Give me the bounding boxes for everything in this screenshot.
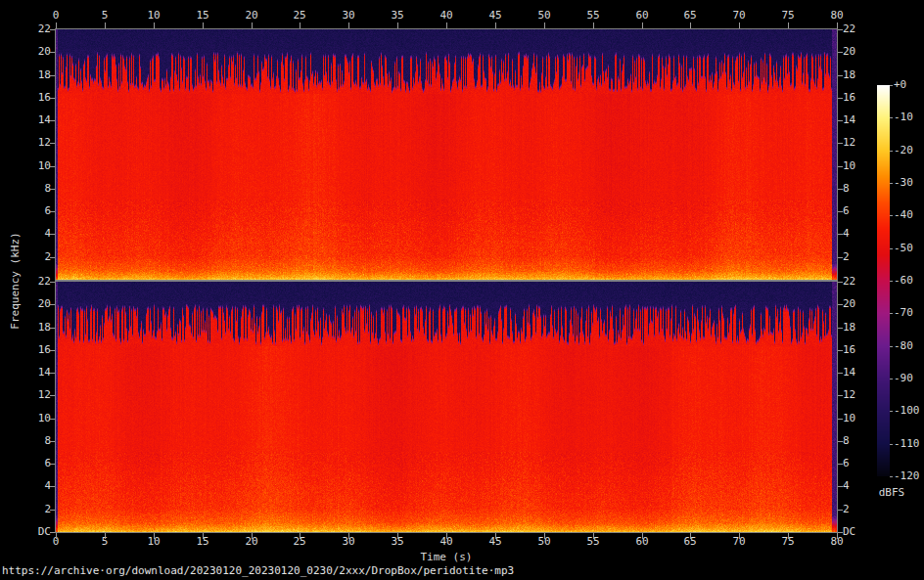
x-tick-mark-bottom: [690, 533, 691, 539]
x-tick-mark-top: [154, 22, 155, 28]
y-tick-mark-right: [838, 166, 843, 167]
y-tick-mark-right: [838, 143, 843, 144]
x-tick-label-top: 5: [80, 10, 129, 22]
spectrogram-figure: Frequency (kHz) Time (s) dBFS https://ar…: [0, 0, 924, 580]
y-tick-mark-left: [50, 166, 55, 167]
colorbar-tick-label: -100: [894, 405, 924, 417]
x-tick-label-top: 60: [618, 10, 667, 22]
spectrogram-panel-right-channel: [55, 281, 838, 533]
spectrogram-panel-left-channel: [55, 28, 838, 281]
x-tick-mark-bottom: [739, 533, 740, 539]
y-tick-mark-left: [50, 532, 55, 533]
y-tick-mark-left: [50, 373, 55, 374]
y-tick-mark-left: [50, 29, 55, 30]
y-tick-label-left: 12: [18, 389, 51, 401]
x-tick-mark-bottom: [788, 533, 789, 539]
colorbar-tick-mark: [890, 313, 893, 314]
colorbar-tick-label: -90: [894, 373, 924, 384]
y-tick-label-right: 22: [843, 276, 876, 288]
y-tick-label-left: 4: [18, 228, 51, 240]
y-tick-mark-left: [50, 143, 55, 144]
y-tick-label-left: 10: [18, 413, 51, 424]
y-tick-label-right: 16: [843, 344, 876, 356]
y-tick-mark-right: [838, 120, 843, 121]
colorbar-gradient: [877, 85, 890, 476]
y-tick-mark-left: [50, 282, 55, 283]
x-tick-mark-top: [446, 22, 447, 28]
colorbar-tick-label: -80: [894, 340, 924, 352]
x-tick-label-top: 70: [715, 10, 763, 22]
y-tick-label-right: 12: [843, 137, 876, 149]
y-tick-label-right: 4: [843, 480, 876, 492]
colorbar-tick-label: -70: [894, 307, 924, 319]
y-tick-label-right: 14: [843, 367, 876, 379]
y-tick-mark-left: [50, 486, 55, 487]
x-tick-mark-bottom: [203, 533, 204, 539]
y-tick-label-left: 8: [18, 183, 51, 195]
x-tick-label-top: 20: [227, 10, 276, 22]
x-tick-mark-bottom: [154, 533, 155, 539]
y-tick-label-right: 10: [843, 413, 876, 424]
x-tick-label-top: 15: [178, 10, 227, 22]
colorbar-tick-label: -50: [894, 243, 924, 254]
y-tick-label-right: 18: [843, 69, 876, 81]
colorbar-tick-label: -120: [894, 470, 924, 482]
x-tick-mark-top: [837, 22, 838, 28]
y-tick-mark-right: [838, 464, 843, 465]
x-tick-label-top: 25: [275, 10, 324, 22]
y-tick-mark-left: [50, 98, 55, 99]
y-tick-mark-left: [50, 464, 55, 465]
colorbar-tick-label: -30: [894, 177, 924, 189]
colorbar-tick-label: -10: [894, 112, 924, 123]
y-tick-label-left: 2: [18, 251, 51, 263]
y-tick-label-right: 20: [843, 46, 876, 58]
x-tick-mark-bottom: [105, 533, 106, 539]
x-tick-mark-bottom: [446, 533, 447, 539]
colorbar-tick-mark: [890, 476, 893, 477]
y-tick-label-left: 18: [18, 69, 51, 81]
y-tick-mark-right: [838, 234, 843, 235]
spectrogram-canvas-right-channel: [56, 282, 837, 532]
colorbar-tick-mark: [890, 411, 893, 412]
x-tick-label-top: 65: [666, 10, 715, 22]
y-tick-mark-left: [50, 350, 55, 351]
x-tick-label-top: 10: [129, 10, 178, 22]
x-tick-mark-top: [300, 22, 300, 28]
y-tick-mark-right: [838, 395, 843, 396]
y-tick-mark-left: [50, 211, 55, 212]
y-tick-label-left: 14: [18, 367, 51, 379]
colorbar-tick-mark: [890, 183, 893, 184]
y-tick-mark-right: [838, 75, 843, 76]
y-tick-label-right: 20: [843, 298, 876, 310]
x-tick-mark-bottom: [397, 533, 398, 539]
y-tick-mark-left: [50, 52, 55, 53]
x-tick-mark-top: [252, 22, 253, 28]
y-tick-label-left: 22: [18, 276, 51, 288]
x-tick-label-top: 55: [569, 10, 618, 22]
x-axis-title: Time (s): [56, 552, 837, 563]
y-tick-label-right: 6: [843, 205, 876, 217]
y-tick-mark-right: [838, 419, 843, 420]
y-tick-label-left: 14: [18, 114, 51, 126]
x-tick-mark-top: [642, 22, 643, 28]
y-tick-mark-right: [838, 532, 843, 533]
y-tick-label-left: 20: [18, 298, 51, 310]
y-tick-label-right: 4: [843, 228, 876, 240]
x-tick-mark-top: [544, 22, 545, 28]
y-tick-mark-left: [50, 75, 55, 76]
x-tick-mark-top: [203, 22, 204, 28]
y-tick-label-right: 14: [843, 114, 876, 126]
colorbar-tick-mark: [890, 444, 893, 445]
y-tick-label-left: 16: [18, 92, 51, 104]
y-tick-label-right: 8: [843, 435, 876, 447]
y-tick-mark-right: [838, 257, 843, 258]
x-tick-label-top: 80: [812, 10, 861, 22]
x-tick-label-top: 35: [373, 10, 422, 22]
y-tick-label-left: DC: [18, 526, 51, 538]
y-tick-label-left: 6: [18, 205, 51, 217]
y-tick-mark-right: [838, 282, 843, 283]
y-tick-label-right: 18: [843, 322, 876, 334]
x-tick-mark-bottom: [56, 533, 57, 539]
y-tick-mark-right: [838, 441, 843, 442]
colorbar-tick-label: -110: [894, 438, 924, 450]
